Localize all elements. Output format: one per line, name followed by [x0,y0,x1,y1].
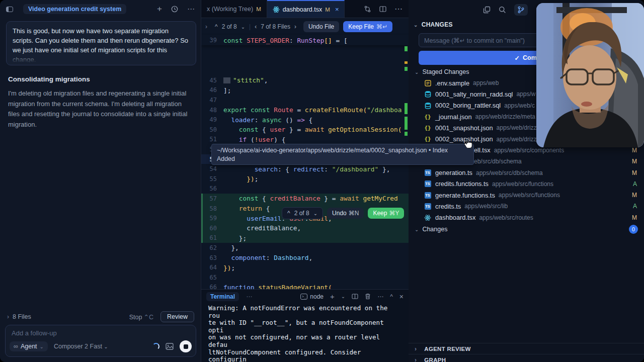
chat-more-icon[interactable]: ⋯ [187,5,195,14]
undo-file-button[interactable]: Undo File [303,21,339,32]
staged-file-row[interactable]: TScredits.tsapps/web/src/libA [409,201,644,212]
keep-change-button[interactable]: Keep⌘Y [368,208,404,219]
close-panel-icon[interactable]: × [399,293,404,301]
new-chat-button[interactable]: + [157,4,162,14]
terminal-tab-more-icon[interactable]: ⋯ [246,293,252,300]
stop-generation-button[interactable] [180,340,192,352]
code-line[interactable]: 61 }; [201,233,409,243]
agent-mode-select[interactable]: ∞ Agent ⌄ [10,341,48,351]
split-editor-icon[interactable] [379,6,386,12]
new-terminal-icon[interactable]: + [330,292,335,301]
code-text: const STEPS_ORDER: RunStep[] = [ [223,37,348,44]
staged-changes-header[interactable]: ⌄ Staged Changes [415,68,469,75]
line-number: 61 [201,234,223,241]
editor-more-icon[interactable]: ⋯ [394,4,403,14]
code-line[interactable]: 65 [201,273,409,283]
prev-change-icon[interactable]: ^ [215,23,218,30]
file-path: apps/web/src/functions [499,192,627,199]
history-icon[interactable] [171,6,178,13]
line-number: 65 [201,274,223,281]
tab-dashboard[interactable]: dashboard.tsx M × [267,0,345,18]
code-line[interactable]: 62 }, [201,243,409,253]
attach-image-icon[interactable] [166,343,174,350]
model-select[interactable]: Composer 2 Fast ⌄ [54,343,108,350]
staged-file-row[interactable]: TSgenerate.functions.tsapps/web/src/func… [409,190,644,201]
code-line[interactable]: 45"stitch", [201,75,409,85]
code-line[interactable]: 46]; [201,85,409,96]
split-terminal-icon[interactable] [352,294,358,299]
prev-file-icon[interactable]: ‹ [255,23,257,30]
line-number: 47 [201,97,223,104]
code-text: loader: async () => { [223,116,312,124]
git-status-letter: M [631,169,637,176]
graph-section[interactable]: › GRAPH [409,354,644,362]
code-line[interactable]: 48export const Route = createFileRoute("… [201,105,409,115]
diff-nav[interactable]: ^2 of 8⌄ [282,207,323,219]
diff-ruler-mark [405,46,408,51]
chat-title[interactable]: Video generation credit system [23,4,126,14]
json-file-icon: {} [424,114,432,120]
webcam-overlay [536,3,644,147]
followup-input[interactable]: Add a follow-up ∞ Agent ⌄ Composer 2 Fas… [5,325,196,357]
next-change-icon[interactable]: ⌄ [241,24,245,30]
code-line[interactable]: 51 if (!user) { [201,135,409,145]
copy-icon[interactable] [483,6,491,14]
changes-collapsed-header[interactable]: ⌄ Changes 0 [415,225,638,234]
code-line[interactable]: 54 search: { redirect: "/dashboard" }, [201,164,409,174]
undo-change-button[interactable]: Undo⌘N [327,208,364,219]
code-line[interactable]: 56 [201,184,409,194]
generating-spinner [152,343,159,350]
changes-section-header[interactable]: ⌄ CHANGES [414,21,453,28]
code-line[interactable]: 57 const { creditBalance } = await getMy… [201,194,409,204]
terminal-more-icon[interactable]: ⋯ [377,293,383,300]
sticky-code-line[interactable]: 39const STEPS_ORDER: RunStep[] = [ [201,35,409,45]
code-text: return { [223,205,270,212]
source-control-icon[interactable] [514,4,528,16]
close-tab-icon[interactable]: × [335,6,339,13]
kill-terminal-icon[interactable] [365,293,371,300]
file-path: apps/web/src/routes [479,214,627,221]
stop-button[interactable]: Stop⌃C [129,313,153,321]
collapse-icon[interactable]: › [205,23,207,30]
agent-review-section[interactable]: › AGENT REVIEW [409,343,644,354]
db-file-icon [424,90,432,98]
code-line[interactable]: 66function statusBadgeVariant( [201,283,409,289]
shell-profile[interactable]: >_ node [300,293,324,300]
diff-ruler-mark [405,67,408,71]
staged-file-row[interactable]: dashboard.tsxapps/web/src/routesM [409,212,644,223]
review-button[interactable]: Review [160,311,194,322]
code-line[interactable]: 60 creditBalance, [201,223,409,233]
line-number: 55 [201,175,223,183]
file-name: ell.tsx [474,146,491,154]
assistant-body: I'm deleting old migration files and reg… [8,88,193,130]
tab-working-tree[interactable]: x (Working Tree) M [201,0,267,18]
code-line[interactable]: 63 component: Dashboard, [201,253,409,263]
file-name: 0001_snapshot.json [435,124,493,132]
keep-file-button[interactable]: Keep File⌘↵ [343,21,392,32]
code-line[interactable]: 55 }); [201,174,409,184]
next-file-icon[interactable]: › [294,23,296,30]
code-line[interactable]: 64}); [201,262,409,273]
compare-changes-icon[interactable] [364,6,371,13]
mouse-cursor [464,139,472,149]
code-line[interactable]: 47 [201,95,409,105]
terminal-tab[interactable]: Terminal [206,292,239,301]
file-name: _journal.json [435,113,472,121]
search-icon[interactable] [499,6,506,14]
files-summary: 8 Files [13,313,31,320]
files-summary-row[interactable]: › 8 Files Stop⌃C Review [7,311,194,323]
maximize-panel-icon[interactable]: ^ [390,293,393,300]
code-line[interactable]: 49 loader: async () => { [201,115,409,125]
terminal-profile-dropdown-icon[interactable]: ⌄ [341,294,345,299]
terminal-panel: Terminal ⋯ >_ node + ⌄ ⋯ ^ × Warning: A … [201,289,409,362]
code-text: }; [223,234,247,242]
staged-file-row[interactable]: TSgeneration.tsapps/web/src/db/schemaM [409,167,644,178]
ts-file-icon: TS [424,203,432,210]
code-line[interactable]: 50 const { user } = await getOptionalSes… [201,125,409,135]
terminal-output[interactable]: Warning: A notFoundError was encountered… [201,303,409,362]
inline-diff-widget: ^2 of 8⌄ Undo⌘N Keep⌘Y [282,207,404,219]
staged-file-row[interactable]: TScredits.functions.tsapps/web/src/funct… [409,178,644,190]
user-message-card[interactable]: This is good, but now we have two separa… [6,21,196,65]
panel-toggle-icon[interactable] [6,7,13,12]
code-text: creditBalance, [223,224,301,232]
